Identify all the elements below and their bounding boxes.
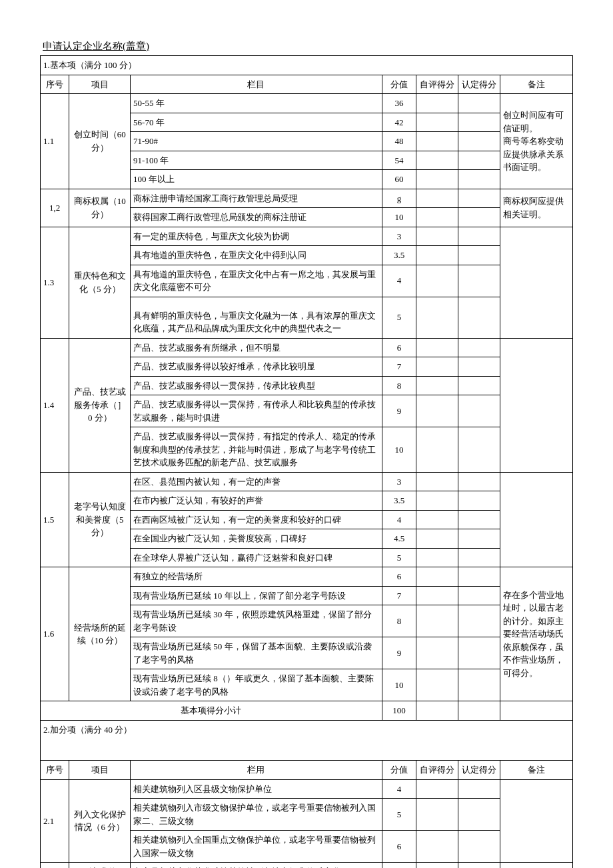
r11-xm: 创立时间（60 分） (69, 94, 131, 189)
r16-zp0[interactable] (416, 567, 458, 587)
r14-fz0: 6 (382, 338, 416, 357)
hdr2-xh: 序号 (41, 761, 69, 780)
r15-lm2: 在西南区域被广泛认知，有一定的美誉度和较好的口碑 (131, 510, 382, 529)
r11-lm4: 100 年以上 (131, 170, 382, 189)
r21-rd1[interactable] (458, 799, 500, 831)
r11-fz0: 36 (382, 94, 416, 113)
r13-rd0[interactable] (458, 227, 500, 246)
r21-zp2[interactable] (416, 831, 458, 863)
subtotal-zp[interactable] (416, 701, 458, 721)
r16-lm0: 有独立的经营场所 (131, 567, 382, 587)
r11-zp0[interactable] (416, 94, 458, 113)
r14-rd2[interactable] (458, 376, 500, 395)
r16-rd0[interactable] (458, 567, 500, 587)
r13-rd2[interactable] (458, 265, 500, 297)
r11-rd3[interactable] (458, 151, 500, 170)
r11-rd0[interactable] (458, 94, 500, 113)
r15-rd4[interactable] (458, 548, 500, 567)
r14-rd0[interactable] (458, 338, 500, 357)
r11-zp4[interactable] (416, 170, 458, 189)
r11-zp1[interactable] (416, 113, 458, 132)
r15-fz0: 3 (382, 472, 416, 491)
r11-xh: 1.1 (41, 94, 69, 189)
r11-rd4[interactable] (458, 170, 500, 189)
r14-zp4[interactable] (416, 427, 458, 473)
r11-zp3[interactable] (416, 151, 458, 170)
r15-lm0: 在区、县范围内被认知，有一定的声誉 (131, 472, 382, 491)
r15-zp0[interactable] (416, 472, 458, 491)
r14-rd3[interactable] (458, 395, 500, 427)
r21-bz (500, 779, 573, 863)
hdr2-lm: 栏用 (131, 761, 382, 780)
r12-bz: 商标权阿应提供相关证明。 (500, 189, 573, 227)
r22-rd0[interactable] (458, 863, 500, 869)
r12-lm1: 获得国家工商行政管理总局颁发的商标注册证 (131, 208, 382, 227)
r13-zp3[interactable] (416, 297, 458, 338)
r13-fz0: 3 (382, 227, 416, 246)
r13-rd1[interactable] (458, 246, 500, 265)
r13-rd3[interactable] (458, 297, 500, 338)
r15-rd2[interactable] (458, 510, 500, 529)
r16-zp2[interactable] (416, 605, 458, 637)
r21-zp0[interactable] (416, 779, 458, 799)
r12-xm: 商标权属（10 分） (69, 189, 131, 227)
r14-fz3: 9 (382, 395, 416, 427)
r21-fz1: 5 (382, 799, 416, 831)
r14-xm: 产品、技艺或服务传承（］0 分） (69, 338, 131, 472)
r21-zp1[interactable] (416, 799, 458, 831)
r13-zp2[interactable] (416, 265, 458, 297)
r14-fz1: 7 (382, 357, 416, 377)
r16-rd3[interactable] (458, 637, 500, 669)
r12-zp0[interactable] (416, 189, 458, 208)
r14-zp2[interactable] (416, 376, 458, 395)
r14-zp0[interactable] (416, 338, 458, 357)
hdr2-zp: 自评得分 (416, 761, 458, 780)
r15-xm: 老字号认知度和美誉度（5 分） (69, 472, 131, 567)
r12-zp1[interactable] (416, 208, 458, 227)
r16-xm: 经营场所的延续（10 分） (69, 567, 131, 701)
r16-zp1[interactable] (416, 586, 458, 605)
hdr2-bz: 备注 (500, 761, 573, 780)
r13-zp1[interactable] (416, 246, 458, 265)
r22-zp0[interactable] (416, 863, 458, 869)
r11-rd2[interactable] (458, 132, 500, 151)
subtotal-fz: 100 (382, 701, 416, 721)
r14-zp3[interactable] (416, 395, 458, 427)
r16-fz4: 10 (382, 669, 416, 701)
r16-fz0: 6 (382, 567, 416, 587)
r12-rd1[interactable] (458, 208, 500, 227)
r12-rd0[interactable] (458, 189, 500, 208)
r15-rd3[interactable] (458, 529, 500, 549)
r22-bz (500, 863, 573, 869)
r21-rd2[interactable] (458, 831, 500, 863)
r11-rd1[interactable] (458, 113, 500, 132)
r13-zp0[interactable] (416, 227, 458, 246)
r15-rd0[interactable] (458, 472, 500, 491)
r15-zp1[interactable] (416, 491, 458, 511)
r15-zp3[interactable] (416, 529, 458, 549)
r14-rd4[interactable] (458, 427, 500, 473)
r14-rd1[interactable] (458, 357, 500, 377)
r16-zp3[interactable] (416, 637, 458, 669)
r14-fz4: 10 (382, 427, 416, 473)
r15-zp4[interactable] (416, 548, 458, 567)
r16-rd2[interactable] (458, 605, 500, 637)
r15-zp2[interactable] (416, 510, 458, 529)
hdr-fz: 分值 (382, 75, 416, 94)
hdr-lm: 栏目 (131, 75, 382, 94)
r15-rd1[interactable] (458, 491, 500, 511)
r16-zp4[interactable] (416, 669, 458, 701)
r16-lm3: 现有营业场所已延续 50 年，保留了基本面貌、主要陈设或沿袭了老字号的风格 (131, 637, 382, 669)
r12-fz0: g (382, 189, 416, 208)
hdr2-rd: 认定得分 (458, 761, 500, 780)
r15-lm4: 在全球华人界被广泛认知，赢得广泛魅誉和良好口碑 (131, 548, 382, 567)
r11-zp2[interactable] (416, 132, 458, 151)
r16-rd4[interactable] (458, 669, 500, 701)
r16-rd1[interactable] (458, 586, 500, 605)
r21-rd0[interactable] (458, 779, 500, 799)
hdr2-fz: 分值 (382, 761, 416, 780)
subtotal-rd[interactable] (458, 701, 500, 721)
r21-xm: 列入文化保护情况（6 分） (69, 779, 131, 863)
r14-zp1[interactable] (416, 357, 458, 377)
r15-bz (500, 472, 573, 567)
